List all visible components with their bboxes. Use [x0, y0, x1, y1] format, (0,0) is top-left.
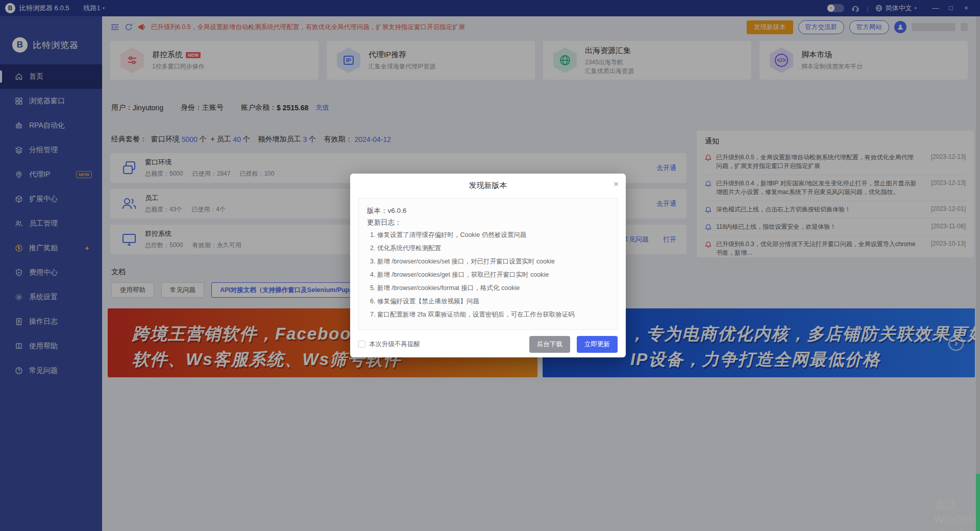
modal-title: 发现新版本	[469, 181, 507, 190]
changelog-item: 2. 优化系统代理检测配置	[367, 242, 609, 255]
new-version-modal: 发现新版本 × 版本：v6.0.6 更新日志： 1. 修复设置了清理缓存偏好时，…	[350, 174, 626, 357]
changelog-item: 5. 新增 /browser/cookies/format 接口，格式化 coo…	[367, 281, 609, 295]
changelog-item: 4. 新增 /browser/cookies/get 接口，获取已打开窗口实时 …	[367, 268, 609, 281]
changelog-item: 7. 窗口配置新增 2fa 双重验证功能，设置密钥后，可在工作台获取验证码	[367, 308, 609, 321]
version-text: 版本：v6.0.6	[367, 205, 609, 216]
modal-footer: 本次升级不再提醒 后台下载 立即更新	[350, 331, 626, 357]
app-window: B 比特浏览器 6.0.5 线路1 ▾ ☀ | 简体中文 ▾ —	[0, 0, 980, 531]
changelog-item: 3. 新增 /browser/cookies/set 接口，对已打开窗口设置实时…	[367, 255, 609, 268]
checkbox-label: 本次升级不再提醒	[369, 340, 420, 349]
checkbox-icon[interactable]	[358, 341, 365, 348]
changelog-item: 6. 修复偏好设置【禁止播放视频】问题	[367, 295, 609, 308]
modal-header: 发现新版本 ×	[350, 174, 626, 197]
update-now-button[interactable]: 立即更新	[577, 336, 618, 353]
changelog-box: 版本：v6.0.6 更新日志： 1. 修复设置了清理缓存偏好时，Cookie 仍…	[358, 198, 618, 330]
skip-upgrade-checkbox[interactable]: 本次升级不再提醒	[358, 340, 420, 349]
close-icon[interactable]: ×	[614, 180, 619, 188]
changelog-label: 更新日志：	[367, 216, 609, 228]
changelog-item: 1. 修复设置了清理缓存偏好时，Cookie 仍然被设置问题	[367, 228, 609, 242]
download-background-button[interactable]: 后台下载	[529, 336, 570, 353]
